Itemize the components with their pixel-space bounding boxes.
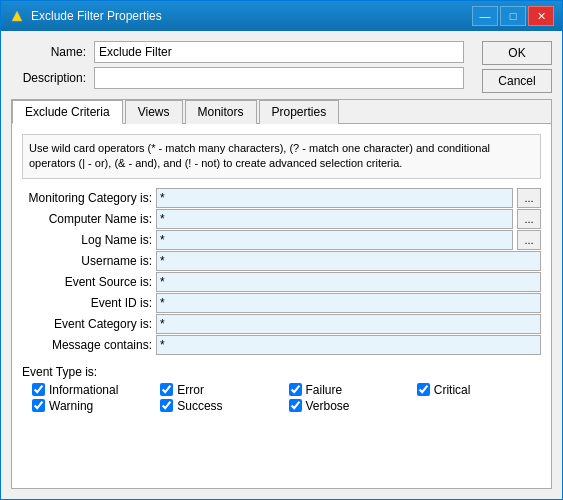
input-username[interactable] [156, 251, 541, 271]
tab-exclude-criteria[interactable]: Exclude Criteria [12, 100, 123, 124]
tab-monitors[interactable]: Monitors [185, 100, 257, 124]
event-type-section: Event Type is: Informational Error [22, 365, 541, 413]
label-username: Username is: [22, 254, 152, 268]
checkbox-label-warning: Warning [49, 399, 93, 413]
close-button[interactable]: ✕ [528, 6, 554, 26]
criteria-row-computer-name: Computer Name is: ... [22, 209, 541, 229]
checkbox-label-informational: Informational [49, 383, 118, 397]
input-message[interactable] [156, 335, 541, 355]
criteria-rows: Monitoring Category is: ... Computer Nam… [22, 188, 541, 356]
label-event-id: Event ID is: [22, 296, 152, 310]
name-label: Name: [11, 45, 86, 59]
main-window: Exclude Filter Properties — □ ✕ Name: De… [0, 0, 563, 500]
checkbox-failure[interactable] [289, 383, 302, 396]
input-event-category[interactable] [156, 314, 541, 334]
checkbox-label-error: Error [177, 383, 204, 397]
label-monitoring-category: Monitoring Category is: [22, 191, 152, 205]
criteria-row-event-category: Event Category is: [22, 314, 541, 334]
checkboxes-grid: Informational Error Failure Critica [22, 383, 541, 413]
minimize-button[interactable]: — [472, 6, 498, 26]
checkbox-critical[interactable] [417, 383, 430, 396]
checkbox-item-critical: Critical [417, 383, 541, 397]
checkbox-label-success: Success [177, 399, 222, 413]
criteria-row-username: Username is: [22, 251, 541, 271]
checkbox-warning[interactable] [32, 399, 45, 412]
label-message: Message contains: [22, 338, 152, 352]
checkbox-item-warning: Warning [32, 399, 156, 413]
label-event-source: Event Source is: [22, 275, 152, 289]
checkbox-item-error: Error [160, 383, 284, 397]
label-event-category: Event Category is: [22, 317, 152, 331]
checkbox-error[interactable] [160, 383, 173, 396]
label-log-name: Log Name is: [22, 233, 152, 247]
criteria-row-message: Message contains: [22, 335, 541, 355]
description-label: Description: [11, 71, 86, 85]
ok-button[interactable]: OK [482, 41, 552, 65]
checkbox-item-success: Success [160, 399, 284, 413]
checkbox-label-verbose: Verbose [306, 399, 350, 413]
tab-views[interactable]: Views [125, 100, 183, 124]
name-row: Name: [11, 41, 474, 63]
input-monitoring-category[interactable] [156, 188, 513, 208]
window-icon [9, 8, 25, 24]
tab-bar: Exclude Criteria Views Monitors Properti… [12, 100, 551, 124]
top-fields: Name: Description: [11, 41, 474, 89]
input-event-source[interactable] [156, 272, 541, 292]
cancel-button[interactable]: Cancel [482, 69, 552, 93]
criteria-row-log-name: Log Name is: ... [22, 230, 541, 250]
checkbox-label-failure: Failure [306, 383, 343, 397]
title-bar: Exclude Filter Properties — □ ✕ [1, 1, 562, 31]
window-title: Exclude Filter Properties [31, 9, 162, 23]
tab-content-exclude-criteria: Use wild card operators (* - match many … [12, 124, 551, 488]
description-row: Description: [11, 67, 474, 89]
tab-properties[interactable]: Properties [259, 100, 340, 124]
criteria-row-monitoring-category: Monitoring Category is: ... [22, 188, 541, 208]
label-computer-name: Computer Name is: [22, 212, 152, 226]
input-computer-name[interactable] [156, 209, 513, 229]
tabs-section: Exclude Criteria Views Monitors Properti… [11, 99, 552, 489]
browse-log-name[interactable]: ... [517, 230, 541, 250]
checkbox-item-informational: Informational [32, 383, 156, 397]
input-event-id[interactable] [156, 293, 541, 313]
checkbox-item-verbose: Verbose [289, 399, 413, 413]
svg-marker-0 [12, 11, 22, 21]
checkbox-item-failure: Failure [289, 383, 413, 397]
checkbox-label-critical: Critical [434, 383, 471, 397]
checkbox-informational[interactable] [32, 383, 45, 396]
browse-computer-name[interactable]: ... [517, 209, 541, 229]
checkbox-success[interactable] [160, 399, 173, 412]
help-text: Use wild card operators (* - match many … [22, 134, 541, 179]
criteria-row-event-id: Event ID is: [22, 293, 541, 313]
title-buttons: — □ ✕ [472, 6, 554, 26]
checkbox-verbose[interactable] [289, 399, 302, 412]
input-log-name[interactable] [156, 230, 513, 250]
event-type-label: Event Type is: [22, 365, 541, 379]
browse-monitoring-category[interactable]: ... [517, 188, 541, 208]
window-body: Name: Description: OK Cancel Exclude Cri… [1, 31, 562, 499]
name-input[interactable] [94, 41, 464, 63]
maximize-button[interactable]: □ [500, 6, 526, 26]
criteria-row-event-source: Event Source is: [22, 272, 541, 292]
top-section: Name: Description: OK Cancel [11, 41, 552, 93]
description-input[interactable] [94, 67, 464, 89]
